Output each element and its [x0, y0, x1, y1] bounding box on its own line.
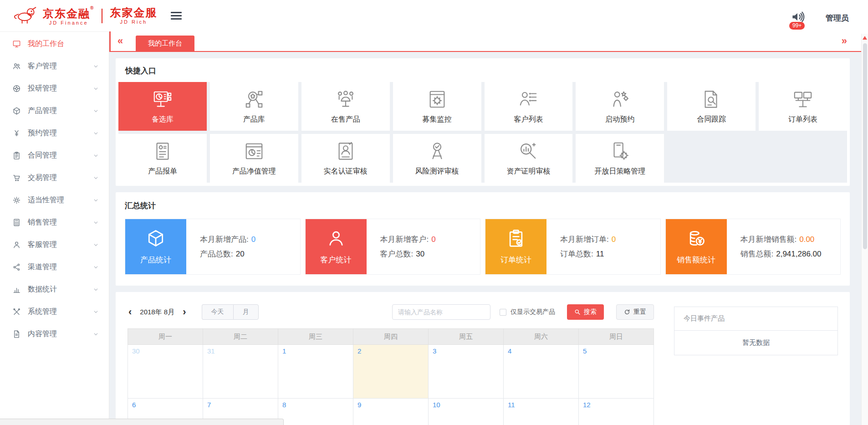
chevron-down-icon [93, 264, 99, 270]
chevron-down-icon [93, 242, 99, 248]
product-name-input[interactable] [392, 304, 490, 320]
sidebar-item-6[interactable]: 交易管理 [0, 167, 109, 189]
calendar-day-cell[interactable]: 11 [504, 399, 579, 425]
stat-total-value: 20 [236, 250, 245, 258]
sidebar-item-13[interactable]: 内容管理 [0, 323, 109, 345]
document-icon [12, 330, 21, 339]
quick-tile-4[interactable]: 客户列表 [485, 82, 573, 131]
sidebar-item-12[interactable]: 系统管理 [0, 301, 109, 323]
sidebar-item-8[interactable]: 销售管理 [0, 211, 109, 234]
stat-label: 销售额统计 [677, 255, 715, 265]
quick-tile-7[interactable]: 订单列表 [759, 82, 847, 131]
calendar-day-cell[interactable]: 12 [579, 399, 654, 425]
sidebar-item-3[interactable]: 产品管理 [0, 100, 109, 122]
tile-id-check-icon [335, 141, 356, 162]
notification-speaker-icon[interactable]: 99+ [790, 10, 805, 26]
summary-grid: 产品统计本月新增产品:0产品总数:20客户统计本月新增客户:0客户总数:30订单… [125, 219, 841, 275]
user-menu[interactable]: 管理员 [826, 13, 849, 23]
stat-tile: 客户统计 [306, 219, 367, 274]
quick-tile-13[interactable]: 开放日策略管理 [576, 134, 664, 183]
calendar-day-number: 1 [282, 347, 286, 355]
calendar-day-cell[interactable]: 30 [128, 345, 203, 399]
sidebar-item-1[interactable]: 客户管理 [0, 55, 109, 77]
compass-icon [12, 84, 21, 93]
weekday-header: 周六 [504, 329, 579, 345]
sidebar-item-label: 渠道管理 [28, 262, 57, 272]
brand-divider [102, 9, 102, 23]
tabs-scroll-left-icon[interactable]: « [117, 36, 123, 46]
stat-new-value: 0 [431, 235, 435, 244]
scroll-up-arrow-icon[interactable] [863, 36, 867, 40]
search-icon [574, 309, 581, 315]
jd-dog-logo-icon [13, 5, 38, 26]
yen-icon [12, 129, 21, 138]
calendar-day-cell[interactable]: 5 [579, 345, 654, 399]
quick-tile-12[interactable]: 资产证明审核 [485, 134, 573, 183]
sidebar-item-label: 系统管理 [28, 307, 57, 317]
calendar-day-number: 10 [433, 401, 440, 409]
sidebar-item-4[interactable]: 预约管理 [0, 122, 109, 144]
sidebar-item-10[interactable]: 渠道管理 [0, 256, 109, 278]
quick-tile-8[interactable]: 产品报单 [118, 134, 207, 183]
calendar-day-cell[interactable]: 3 [429, 345, 504, 399]
reset-button[interactable]: 重置 [616, 304, 654, 320]
vertical-scrollbar[interactable] [861, 34, 868, 425]
sidebar-item-5[interactable]: 合同管理 [0, 144, 109, 167]
calendar-day-cell[interactable]: 10 [429, 399, 504, 425]
search-button[interactable]: 搜索 [567, 304, 604, 320]
quick-tile-1[interactable]: 产品库 [210, 82, 298, 131]
calendar-day-cell[interactable]: 2 [353, 345, 429, 399]
calendar-prev-icon[interactable]: ‹ [128, 307, 133, 317]
stat-line-total: 订单总数:11 [560, 249, 660, 259]
calendar-month-label: 2018年 8月 [140, 308, 174, 317]
calendar-next-icon[interactable]: › [182, 307, 187, 317]
stat-label: 产品统计 [140, 255, 171, 265]
notification-badge: 99+ [789, 22, 805, 30]
calendar-day-cell[interactable]: 4 [504, 345, 579, 399]
tab-my-workbench[interactable]: 我的工作台 [136, 36, 194, 51]
calendar-day-cell[interactable]: 31 [203, 345, 278, 399]
chevron-down-icon [93, 86, 99, 92]
sidebar-item-0[interactable]: 我的工作台 [0, 33, 109, 55]
trade-only-checkbox-wrap[interactable]: 仅显示交易产品 [500, 308, 555, 316]
sidebar-item-9[interactable]: 客服管理 [0, 234, 109, 256]
quick-tile-3[interactable]: 募集监控 [393, 82, 481, 131]
stat-tile: 销售额统计 [666, 219, 727, 274]
quick-tile-label: 开放日策略管理 [594, 167, 645, 176]
quick-tile-6[interactable]: 合同跟踪 [667, 82, 756, 131]
sidebar-item-2[interactable]: 投研管理 [0, 77, 109, 100]
quick-tile-10[interactable]: 实名认证审核 [301, 134, 390, 183]
today-button[interactable]: 今天 [202, 304, 233, 320]
calendar-day-cell[interactable]: 9 [353, 399, 429, 425]
trade-only-checkbox[interactable] [500, 309, 506, 316]
sidebar-item-7[interactable]: 适当性管理 [0, 189, 109, 211]
quick-tile-0[interactable]: 备选库 [118, 82, 207, 131]
tools-icon [12, 307, 21, 317]
tabs-scroll-right-icon[interactable]: » [842, 36, 847, 46]
tile-launch-icon [609, 89, 630, 110]
chevron-down-icon [93, 309, 99, 315]
quick-tile-2[interactable]: 在售产品 [301, 82, 390, 131]
calendar-day-cell[interactable]: 1 [278, 345, 353, 399]
sidebar-item-11[interactable]: 数据统计 [0, 278, 109, 301]
trade-only-label: 仅显示交易产品 [511, 308, 555, 316]
calendar-day-number: 31 [207, 347, 215, 355]
calendar-day-number: 11 [508, 401, 515, 409]
tab-bar: « 我的工作台 » [109, 31, 868, 52]
weekday-header: 周五 [429, 329, 504, 345]
calendar-day-number: 3 [433, 347, 436, 355]
tile-screens-icon [792, 89, 813, 110]
quick-tile-label: 风险测评审核 [415, 167, 459, 176]
quick-tile-11[interactable]: 风险测评审核 [393, 134, 481, 183]
scrollbar-thumb[interactable] [863, 43, 867, 249]
tile-browser-gear-icon [427, 89, 448, 110]
month-view-button[interactable]: 月 [233, 304, 259, 320]
brand-jd-finance: 京东金融® JD Finance [43, 6, 94, 26]
quick-tile-9[interactable]: 产品净值管理 [210, 134, 298, 183]
quick-tile-5[interactable]: 启动预约 [576, 82, 664, 131]
calendar-day-cell[interactable]: 8 [278, 399, 353, 425]
quick-tile-label: 产品净值管理 [232, 167, 276, 176]
hamburger-menu-icon[interactable] [171, 12, 182, 20]
quick-entry-grid: 备选库产品库在售产品募集监控客户列表启动预约合同跟踪订单列表产品报单产品净值管理… [118, 82, 847, 183]
chevron-down-icon [93, 63, 99, 69]
